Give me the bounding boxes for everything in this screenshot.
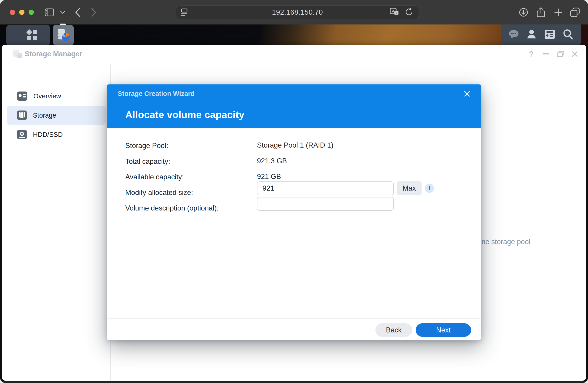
sidebar-item-hdd-ssd[interactable]: HDD/SSD xyxy=(7,125,106,144)
volume-description-input[interactable] xyxy=(257,197,394,211)
sidebar-item-overview[interactable]: Overview xyxy=(7,87,106,106)
background-page-text: ne storage pool xyxy=(482,238,530,246)
downloads-icon[interactable] xyxy=(518,0,529,24)
wallpaper xyxy=(0,24,588,46)
tab-overview-icon[interactable] xyxy=(569,0,581,24)
address-bar[interactable]: 192.168.150.70 A x xyxy=(176,5,419,19)
back-button[interactable]: Back xyxy=(375,323,412,337)
translate-icon[interactable]: A x xyxy=(390,7,399,17)
sidebar-nav: Overview Storage xyxy=(2,64,111,381)
available-capacity-value: 921 GB xyxy=(257,173,281,181)
search-icon[interactable] xyxy=(563,29,573,41)
app-launcher-icon xyxy=(26,29,38,41)
window-title: Storage Manager xyxy=(25,45,82,63)
browser-toolbar: 192.168.150.70 A x xyxy=(0,0,588,24)
traffic-light-zoom-icon[interactable] xyxy=(29,10,34,15)
forward-icon[interactable] xyxy=(89,0,99,24)
storage-pool-value: Storage Pool 1 (RAID 1) xyxy=(257,141,333,149)
hdd-ssd-icon xyxy=(17,130,27,139)
storage-manager-title-icon xyxy=(12,49,23,60)
storage-manager-app-icon xyxy=(56,28,70,42)
traffic-light-minimize-icon[interactable] xyxy=(19,10,24,15)
info-icon[interactable]: i xyxy=(425,184,434,193)
taskbar-storage-manager-button[interactable] xyxy=(53,25,74,45)
storage-creation-wizard-dialog: Storage Creation Wizard Allocate volume … xyxy=(107,84,481,340)
storage-icon xyxy=(17,110,27,120)
notifications-icon[interactable] xyxy=(508,29,519,40)
total-capacity-value: 921.3 GB xyxy=(257,157,287,165)
new-tab-icon[interactable] xyxy=(553,0,564,24)
volume-description-label: Volume description (optional): xyxy=(125,204,219,212)
svg-text:A: A xyxy=(392,9,395,14)
allocated-size-input[interactable] xyxy=(257,181,394,195)
url-text: 192.168.150.70 xyxy=(176,8,419,17)
overview-icon xyxy=(17,91,27,101)
system-tray xyxy=(501,24,581,45)
max-button[interactable]: Max xyxy=(397,181,421,195)
screen: 192.168.150.70 A x xyxy=(0,0,588,383)
sidebar-toggle-icon[interactable] xyxy=(44,0,55,24)
chevron-down-icon[interactable] xyxy=(59,0,66,24)
reload-icon[interactable] xyxy=(405,8,413,17)
total-capacity-label: Total capacity: xyxy=(125,158,170,166)
available-capacity-label: Available capacity: xyxy=(125,173,184,181)
dialog-close-icon[interactable] xyxy=(461,88,473,100)
dialog-footer: Back Next xyxy=(107,318,481,340)
help-button[interactable]: ? xyxy=(525,45,538,63)
sidebar-item-label: Overview xyxy=(33,92,61,100)
main-menu-button[interactable] xyxy=(6,25,50,45)
svg-text:x: x xyxy=(396,11,397,15)
sidebar-item-label: Storage xyxy=(33,112,56,119)
share-icon[interactable] xyxy=(535,0,546,24)
widgets-icon[interactable] xyxy=(544,29,555,40)
desktop-bottom-edge xyxy=(0,381,588,383)
storage-pool-label: Storage Pool: xyxy=(125,142,168,150)
minimize-button[interactable] xyxy=(540,45,552,63)
sidebar-item-storage[interactable]: Storage xyxy=(7,106,106,125)
user-account-icon[interactable] xyxy=(526,29,537,40)
window-titlebar: Storage Manager ? xyxy=(2,45,586,63)
dialog-heading: Allocate volume capacity xyxy=(125,109,244,120)
taskbar-divider xyxy=(15,27,15,43)
allocated-size-label: Modify allocated size: xyxy=(125,188,193,197)
dsm-desktop: Storage Manager ? xyxy=(0,24,588,383)
next-button[interactable]: Next xyxy=(416,323,471,337)
sidebar-item-label: HDD/SSD xyxy=(33,131,63,138)
restore-button[interactable] xyxy=(554,45,567,63)
dialog-title: Storage Creation Wizard xyxy=(118,90,195,97)
traffic-light-close-icon[interactable] xyxy=(10,10,15,15)
back-icon[interactable] xyxy=(73,0,83,24)
dialog-header: Storage Creation Wizard Allocate volume … xyxy=(107,84,481,128)
close-window-button[interactable] xyxy=(568,45,581,63)
